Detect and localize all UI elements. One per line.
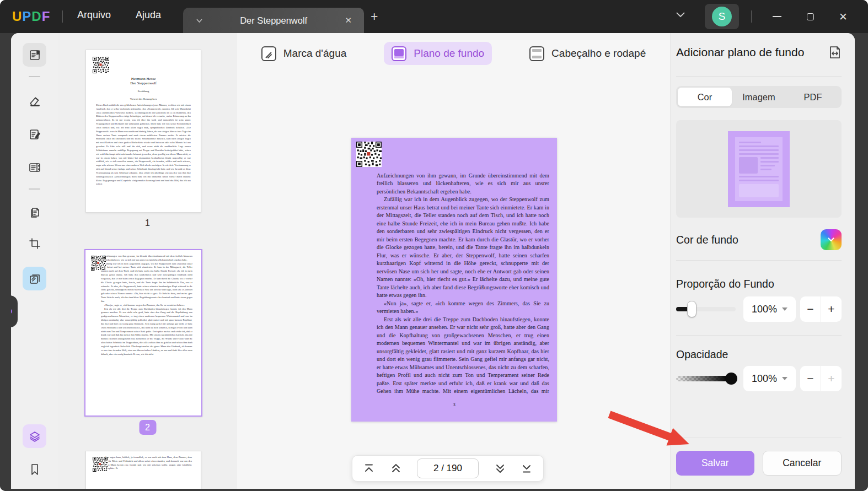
updf-logo: UPDF [12,9,50,24]
thumbnail-page-1[interactable]: Hermann Hesse Der Steppenwolf Erzählung … [85,50,201,213]
tab-label: Cabeçalho e rodapé [551,47,646,60]
previous-page-icon[interactable] [390,463,401,474]
minimize-button[interactable] [764,0,790,33]
edit-note-icon [28,128,41,141]
maximize-button[interactable] [797,0,823,33]
slider-thumb[interactable] [725,373,737,385]
bg-color-label: Cor de fundo [676,234,738,246]
new-tab-button[interactable]: + [371,11,378,22]
annotation-arrow [607,410,695,449]
tab-label: Plano de fundo [414,47,484,60]
pages-icon [28,206,41,219]
page-navigation-bar [352,455,544,482]
sidebar-item-form[interactable] [23,155,46,179]
save-button[interactable]: Salvar [676,451,754,476]
preview-page [728,131,790,207]
paragraph: «Nun ja», sagte er, «ich komme wegen des… [377,300,549,316]
left-toolbar [11,33,58,489]
menu-ajuda[interactable]: Ajuda [136,9,161,21]
thumb-body-text: «Nun ja», sagte er, «ich komme wegen des… [101,304,192,307]
ratio-label: Proporção do Fundo [676,278,774,290]
thumb-body-text: Dieses Buch enthält die uns gebliebenen … [96,104,191,213]
divider [676,335,842,336]
accent-dot [11,309,12,314]
opacity-value: 100% [752,373,777,385]
sidebar-item-organize-pages[interactable] [23,201,46,224]
cancel-button[interactable]: Cancelar [763,451,842,476]
divider [751,10,752,23]
divider [676,438,842,438]
document-tab[interactable]: Der Steppenwolf ✕ [183,8,364,33]
page-width-icon[interactable] [828,45,842,60]
thumb-body-text: Zufällig war ich in dem Augenblick zugeg… [101,262,192,304]
last-page-icon[interactable] [521,463,532,473]
sidebar-item-reader[interactable] [23,43,46,67]
doc-author: Hermann Hesse [86,77,201,81]
tab-label: Marca d'água [283,47,347,60]
slider-thumb[interactable] [687,301,696,317]
background-icon [392,46,406,61]
menu-arquivo[interactable]: Arquivo [77,9,111,21]
divider [62,10,63,23]
panel-title: Adicionar plano de fundo [676,46,804,59]
form-icon [28,161,41,174]
maximize-icon [807,13,814,20]
minimize-icon [773,16,781,17]
ratio-increase-button[interactable]: + [821,296,842,322]
tab-background[interactable]: Plano de fundo [384,42,492,65]
page-number-input[interactable] [417,458,479,478]
preview-document-mock [735,137,783,201]
background-settings-panel: Adicionar plano de fundo Cor Imagem PDF [670,33,855,489]
crop-icon [28,237,41,250]
sidebar-collapse-handle[interactable] [11,295,18,327]
paragraph: Aufzeichnungen von ihm gewann, im Grunde… [377,172,549,196]
bookmark-icon [29,463,41,476]
tab-imagem[interactable]: Imagem [732,88,786,106]
sidebar-item-comment[interactable] [23,89,46,113]
sidebar-item-bookmark[interactable] [23,457,46,481]
tab-close-icon[interactable]: ✕ [345,15,352,25]
tab-header-footer[interactable]: Cabeçalho e rodapé [522,42,653,65]
window-close-button[interactable]: ✕ [831,0,856,33]
ratio-decrease-button[interactable]: − [800,296,821,322]
thumbnail-label-1: 1 [58,218,237,228]
sidebar-item-layers[interactable] [23,424,46,448]
qr-code [93,457,108,472]
opacity-value-dropdown[interactable]: 100% [743,366,796,391]
pdf-page[interactable]: Aufzeichnungen von ihm gewann, im Grunde… [351,138,557,422]
tab-cor[interactable]: Cor [678,88,732,106]
opacity-label: Opacidade [676,348,728,361]
opacity-increase-button[interactable]: + [821,366,842,391]
opacity-decrease-button[interactable]: − [800,366,821,391]
avatar[interactable]: S [712,7,732,26]
next-page-icon[interactable] [495,463,506,474]
sidebar-item-watermark[interactable] [23,267,46,290]
thumbnail-page-2[interactable]: Aufzeichnungen von ihm gewann, im Grunde… [84,249,202,417]
opacity-slider[interactable] [676,370,736,387]
chevron-down-icon [828,238,834,242]
document-canvas: Marca d'água Plano de fundo Cabeçalho e … [237,33,670,489]
watermark-icon [261,46,276,61]
divider [676,76,842,77]
tab-watermark[interactable]: Marca d'água [254,42,355,65]
sidebar-item-edit[interactable] [23,122,46,146]
first-page-icon[interactable] [363,463,374,473]
qr-code [93,57,109,73]
account-button[interactable]: S [705,4,739,29]
tab-chevron-down-icon[interactable] [196,19,202,23]
sidebar-item-crop[interactable] [23,231,46,255]
updf-window: UPDF Arquivo Ajuda Der Steppenwolf ✕ + S… [0,0,868,491]
thumbnail-page-3[interactable]: anders sagen kann, höflich, ja freundlic… [85,451,201,489]
window-chevron-down-icon[interactable] [676,12,685,18]
ratio-slider[interactable] [676,301,736,317]
paragraph: Zufällig war ich in dem Augenblick zugeg… [377,196,549,299]
ratio-value-dropdown[interactable]: 100% [743,296,796,322]
page-number: 3 [351,402,557,407]
color-picker-button[interactable] [821,229,842,250]
tab-pdf[interactable]: PDF [786,88,840,106]
thumb-body-text: anders sagen kann, höflich, ja freundlic… [103,456,192,471]
header-footer-icon [529,46,544,61]
background-preview [676,120,842,218]
doc-subtitle: Erzählung [86,90,201,93]
paragraph: Erst als wir alle drei die Treppe zum Da… [377,316,549,394]
